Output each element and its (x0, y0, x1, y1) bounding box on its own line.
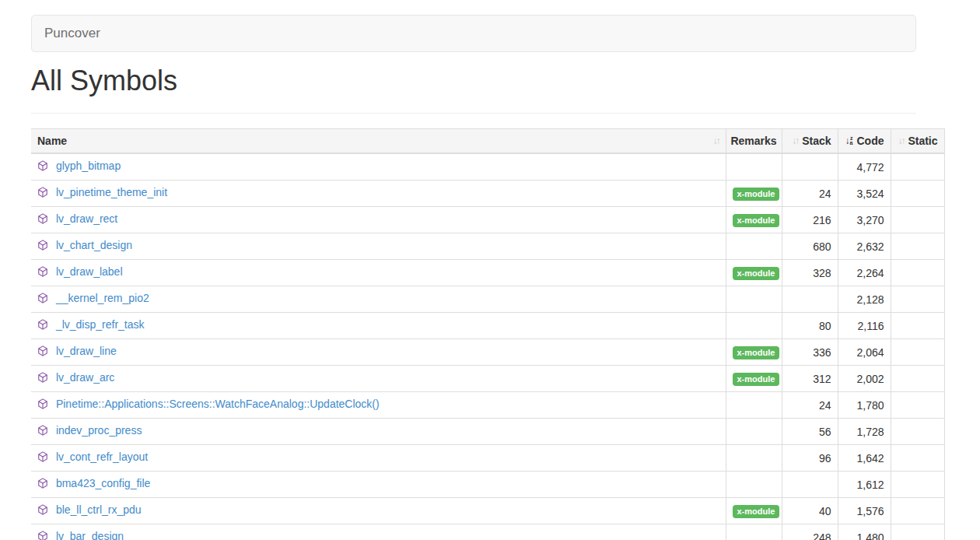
static-cell (891, 524, 944, 540)
table-row: _lv_disp_refr_task 80 2,116 (31, 313, 944, 339)
symbol-link[interactable]: lv_draw_label (56, 265, 123, 278)
code-cell: 2,128 (838, 286, 891, 313)
page-title: All Symbols (31, 65, 949, 97)
remarks-cell: x-module (726, 498, 782, 524)
symbol-cube-icon (37, 265, 48, 281)
stack-cell: 328 (782, 260, 838, 286)
sort-inactive-icon: ↓↑ (713, 136, 719, 146)
code-cell: 1,728 (838, 419, 891, 445)
static-cell (891, 339, 944, 366)
symbol-link[interactable]: _lv_disp_refr_task (56, 318, 145, 331)
code-cell: 1,576 (838, 498, 891, 524)
code-cell: 2,264 (838, 260, 891, 286)
stack-cell: 56 (782, 419, 838, 445)
remarks-cell: x-module (726, 260, 782, 286)
x-module-badge: x-module (733, 188, 780, 201)
name-cell: lv_pinetime_theme_init (31, 181, 726, 207)
static-cell (891, 260, 944, 286)
static-cell (891, 498, 944, 524)
symbol-cube-icon (37, 424, 48, 440)
static-cell (891, 366, 944, 392)
code-cell: 3,524 (838, 181, 891, 207)
static-cell (891, 419, 944, 445)
x-module-badge: x-module (733, 267, 780, 280)
symbol-link[interactable]: lv_pinetime_theme_init (56, 186, 167, 198)
stack-cell (782, 286, 838, 313)
column-label: Name (37, 135, 67, 147)
table-row: lv_draw_label x-module 328 2,264 (31, 260, 944, 286)
x-module-badge: x-module (733, 373, 780, 386)
column-header-code[interactable]: ↓za Code (838, 129, 891, 154)
remarks-cell (726, 524, 782, 540)
symbol-cube-icon (37, 345, 48, 360)
stack-cell: 24 (782, 392, 838, 419)
name-cell: indev_proc_press (31, 419, 726, 445)
table-header: Name ↓↑ Remarks ↓↑ Stack (31, 129, 944, 154)
column-header-static[interactable]: ↓↑ Static (891, 129, 944, 154)
symbol-link[interactable]: lv_bar_design (56, 530, 124, 540)
remarks-cell: x-module (726, 339, 782, 366)
remarks-cell: x-module (726, 181, 782, 207)
symbol-cube-icon (37, 212, 48, 228)
table-row: ble_ll_ctrl_rx_pdu x-module 40 1,576 (31, 498, 944, 524)
symbol-link[interactable]: indev_proc_press (56, 424, 142, 437)
sort-inactive-icon: ↓↑ (898, 136, 904, 146)
navbar-brand[interactable]: Puncover (32, 16, 113, 51)
stack-cell: 336 (782, 339, 838, 366)
symbol-cube-icon (37, 186, 48, 202)
code-cell: 1,780 (838, 392, 891, 419)
stack-cell (782, 472, 838, 498)
symbol-link[interactable]: glyph_bitmap (56, 160, 121, 172)
column-header-remarks[interactable]: Remarks (726, 129, 782, 154)
sort-descending-icon: ↓za (845, 136, 853, 146)
column-label: Stack (802, 135, 831, 147)
symbol-link[interactable]: lv_cont_refr_layout (56, 451, 148, 463)
symbol-link[interactable]: bma423_config_file (56, 477, 150, 489)
symbol-link[interactable]: __kernel_rem_pio2 (56, 292, 149, 304)
navbar: Puncover (31, 15, 916, 52)
table-row: glyph_bitmap 4,772 (31, 153, 944, 181)
symbol-link[interactable]: lv_draw_arc (56, 371, 114, 384)
symbol-link[interactable]: Pinetime::Applications::Screens::WatchFa… (56, 398, 380, 410)
symbol-cube-icon (37, 318, 48, 334)
symbol-link[interactable]: lv_chart_design (56, 239, 132, 251)
name-cell: lv_draw_rect (31, 207, 726, 233)
code-cell: 3,270 (838, 207, 891, 233)
symbols-tbody: glyph_bitmap 4,772 lv_pinetime_theme_ini… (31, 153, 944, 540)
table-row: __kernel_rem_pio2 2,128 (31, 286, 944, 313)
code-cell: 1,642 (838, 445, 891, 472)
remarks-cell: x-module (726, 207, 782, 233)
name-cell: lv_bar_design (31, 524, 726, 540)
remarks-cell: x-module (726, 366, 782, 392)
remarks-cell (726, 153, 782, 181)
remarks-cell (726, 392, 782, 419)
table-row: Pinetime::Applications::Screens::WatchFa… (31, 392, 944, 419)
symbol-cube-icon (37, 398, 48, 413)
symbol-link[interactable]: lv_draw_rect (56, 212, 117, 225)
stack-cell: 96 (782, 445, 838, 472)
column-label: Remarks (730, 135, 776, 147)
symbol-cube-icon (37, 239, 48, 254)
page-container: Puncover All Symbols Name ↓↑ Remarks (31, 15, 949, 540)
remarks-cell (726, 419, 782, 445)
table-row: lv_draw_rect x-module 216 3,270 (31, 207, 944, 233)
column-label: Static (908, 135, 937, 147)
symbol-cube-icon (37, 292, 48, 307)
stack-cell: 248 (782, 524, 838, 540)
column-header-name[interactable]: Name ↓↑ (31, 129, 726, 154)
table-row: lv_pinetime_theme_init x-module 24 3,524 (31, 181, 944, 207)
remarks-cell (726, 472, 782, 498)
divider (31, 113, 916, 114)
static-cell (891, 392, 944, 419)
sort-inactive-icon: ↓↑ (792, 136, 798, 146)
stack-cell (782, 153, 838, 181)
symbol-cube-icon (37, 160, 48, 175)
table-row: lv_cont_refr_layout 96 1,642 (31, 445, 944, 472)
symbols-table: Name ↓↑ Remarks ↓↑ Stack (31, 128, 945, 540)
column-header-stack[interactable]: ↓↑ Stack (782, 129, 838, 154)
code-cell: 1,612 (838, 472, 891, 498)
static-cell (891, 207, 944, 233)
static-cell (891, 445, 944, 472)
symbol-link[interactable]: ble_ll_ctrl_rx_pdu (56, 503, 142, 516)
symbol-link[interactable]: lv_draw_line (56, 345, 117, 357)
